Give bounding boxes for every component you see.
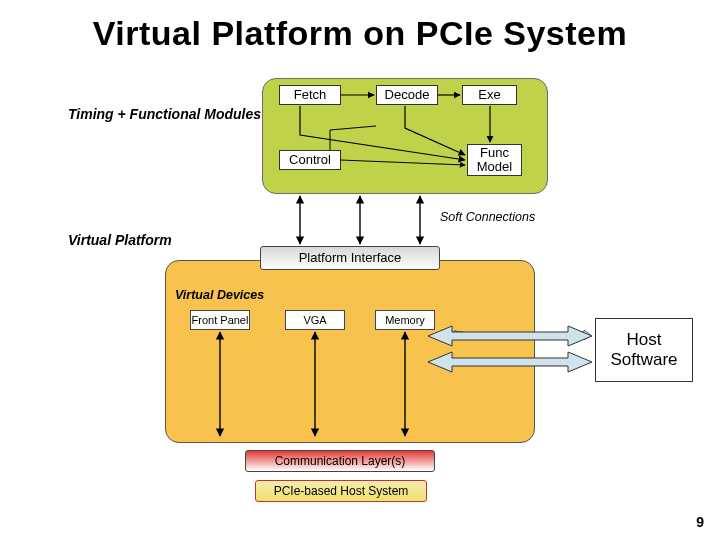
virtual-devices-label: Virtual Devices	[175, 288, 264, 302]
fetch-box: Fetch	[279, 85, 341, 105]
decode-box: Decode	[376, 85, 438, 105]
front-panel-box: Front Panel	[190, 310, 250, 330]
virtual-platform-label: Virtual Platform	[68, 232, 172, 248]
func-model-box: Func Model	[467, 144, 522, 176]
page-number: 9	[696, 514, 704, 530]
soft-connections-label: Soft Connections	[440, 210, 535, 224]
memory-box: Memory	[375, 310, 435, 330]
communication-layers-box: Communication Layer(s)	[245, 450, 435, 472]
page-title: Virtual Platform on PCIe System	[0, 0, 720, 53]
control-box: Control	[279, 150, 341, 170]
exe-box: Exe	[462, 85, 517, 105]
platform-interface-box: Platform Interface	[260, 246, 440, 270]
timing-functional-label: Timing + Functional Modules	[68, 106, 261, 122]
pcie-host-system-box: PCIe-based Host System	[255, 480, 427, 502]
host-software-box: Host Software	[595, 318, 693, 382]
vga-box: VGA	[285, 310, 345, 330]
